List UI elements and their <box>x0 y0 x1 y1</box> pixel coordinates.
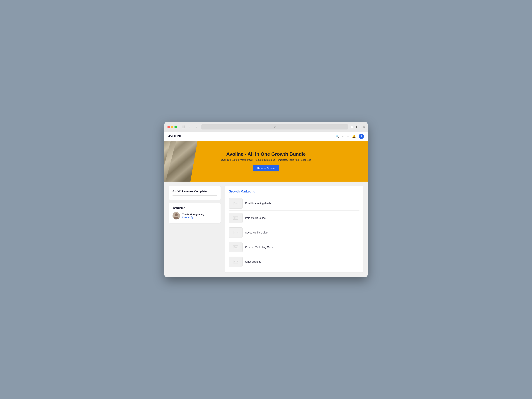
section-title: Growth Marketing <box>229 190 360 193</box>
lesson-item[interactable]: Email Marketing Guide <box>229 196 360 211</box>
browser-chrome: ⬜ ‹ › 🛡 🕐 ⬆ + ⧉ <box>165 122 367 132</box>
main-content: 0 of 44 Lessons Completed Instructor <box>165 182 367 277</box>
instructor-details: Travis Montgomery Created By <box>182 213 204 219</box>
home-icon[interactable]: ⌂ <box>342 135 344 138</box>
instructor-role: Created By <box>182 216 204 219</box>
shield-icon: 🛡 <box>273 126 276 128</box>
navbar: AVOLINE. 🔍 ⌂ ⠿ 🔔 A <box>165 132 367 141</box>
lesson-title: CRO Strategy <box>245 260 261 263</box>
course-content-panel[interactable]: Growth Marketing Email Marketing Guide <box>225 186 363 272</box>
lesson-list: Email Marketing Guide Paid Media Guide <box>229 196 360 269</box>
instructor-name: Travis Montgomery <box>182 213 204 216</box>
svg-rect-15 <box>232 259 239 264</box>
resume-course-button[interactable]: Resume Course <box>253 165 279 171</box>
lesson-title: Content Marketing Guide <box>245 246 274 249</box>
progress-label: 0 of 44 Lessons Completed <box>172 190 217 193</box>
progress-bar-container <box>172 195 217 196</box>
browser-window: ⬜ ‹ › 🛡 🕐 ⬆ + ⧉ AVOLINE. 🔍 ⌂ ⠿ 🔔 A <box>165 122 367 277</box>
address-bar[interactable]: 🛡 <box>201 124 348 129</box>
svg-point-1 <box>175 213 178 216</box>
instructor-avatar-image <box>172 212 180 219</box>
lesson-thumbnail <box>229 257 242 267</box>
hero-metallic-decoration <box>165 141 197 182</box>
new-tab-icon[interactable]: + <box>360 126 361 128</box>
lesson-thumbnail <box>229 198 242 209</box>
lesson-item[interactable]: CRO Strategy <box>229 255 360 269</box>
grid-icon[interactable]: ⠿ <box>347 134 349 138</box>
tabs-icon[interactable]: ⧉ <box>363 126 365 129</box>
progress-card: 0 of 44 Lessons Completed <box>169 186 221 200</box>
bell-icon[interactable]: 🔔 <box>352 134 356 138</box>
lesson-title: Email Marketing Guide <box>245 202 271 205</box>
lesson-thumbnail <box>229 242 242 252</box>
fullscreen-traffic-light[interactable] <box>174 126 177 128</box>
instructor-info: Travis Montgomery Created By <box>172 212 217 219</box>
left-column: 0 of 44 Lessons Completed Instructor <box>169 186 221 272</box>
share-icon[interactable]: ⬆ <box>355 126 358 128</box>
history-icon[interactable]: 🕐 <box>350 126 354 128</box>
lesson-item[interactable]: Paid Media Guide <box>229 211 360 225</box>
svg-rect-9 <box>232 230 239 235</box>
browser-titlebar: ⬜ ‹ › 🛡 🕐 ⬆ + ⧉ <box>165 122 367 132</box>
hero-content: Avoline - All In One Growth Bundle Over … <box>221 151 311 171</box>
svg-rect-3 <box>232 201 239 206</box>
course-subtitle: Over $39,100.00 Worth of Our Premium Str… <box>221 158 311 161</box>
lesson-title: Social Media Guide <box>245 231 267 234</box>
back-button[interactable]: ‹ <box>187 125 192 129</box>
svg-rect-6 <box>232 215 239 221</box>
hero-banner: Avoline - All In One Growth Bundle Over … <box>165 141 367 182</box>
browser-controls: ⬜ ‹ › <box>180 125 199 129</box>
search-icon[interactable]: 🔍 <box>336 134 339 138</box>
instructor-card: Instructor Travis Montgo <box>169 203 221 223</box>
lesson-item[interactable]: Social Media Guide <box>229 226 360 240</box>
svg-rect-12 <box>232 245 239 250</box>
user-avatar[interactable]: A <box>359 134 364 139</box>
lesson-thumbnail <box>229 227 242 238</box>
forward-button[interactable]: › <box>194 125 199 129</box>
lesson-title: Paid Media Guide <box>245 216 266 219</box>
lesson-thumbnail <box>229 213 242 223</box>
lesson-item[interactable]: Content Marketing Guide <box>229 240 360 254</box>
minimize-traffic-light[interactable] <box>171 126 173 128</box>
sidebar-toggle-button[interactable]: ⬜ <box>180 125 186 129</box>
logo[interactable]: AVOLINE. <box>168 134 183 138</box>
traffic-lights <box>167 126 177 128</box>
close-traffic-light[interactable] <box>167 126 170 128</box>
browser-right-controls: 🕐 ⬆ + ⧉ <box>350 126 365 129</box>
course-title: Avoline - All In One Growth Bundle <box>221 151 311 157</box>
instructor-avatar <box>172 212 180 219</box>
instructor-section-title: Instructor <box>172 207 217 209</box>
nav-right: 🔍 ⌂ ⠿ 🔔 A <box>336 134 364 139</box>
